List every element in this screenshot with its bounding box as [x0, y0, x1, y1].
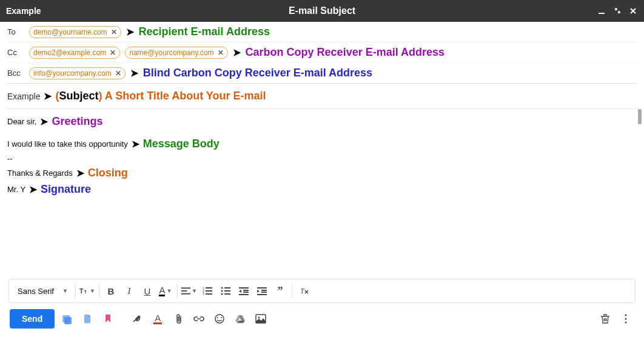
cc-chip-2[interactable]: name@yourcompany.com ✕: [125, 47, 227, 59]
chevron-down-icon: ▼: [192, 288, 197, 294]
arrow-icon: ➤: [76, 167, 84, 179]
underline-button[interactable]: U: [139, 282, 155, 299]
svg-point-35: [221, 317, 222, 318]
more-options-icon[interactable]: [617, 310, 634, 327]
send-button[interactable]: Send: [10, 309, 55, 329]
svg-point-15: [221, 290, 223, 292]
svg-point-33: [215, 315, 224, 323]
subject-annotation: (Subject) A Short Title About Your E-mai…: [55, 90, 266, 102]
subject-value: Example: [7, 92, 40, 101]
arrow-icon: ➤: [44, 90, 52, 102]
svg-text:T: T: [84, 289, 87, 295]
chip-text: name@yourcompany.com: [129, 48, 213, 57]
indent-less-button[interactable]: [236, 282, 252, 299]
text-style-icon[interactable]: [58, 310, 75, 327]
attach-file-icon[interactable]: [79, 310, 96, 327]
link-icon[interactable]: [190, 310, 207, 327]
bcc-annotation: Blind Carbon Copy Receiver E-mail Addres…: [143, 67, 372, 79]
svg-point-38: [625, 315, 627, 316]
scrollbar-thumb[interactable]: [638, 109, 642, 124]
drive-icon[interactable]: [232, 310, 249, 327]
svg-rect-32: [64, 317, 72, 324]
emoji-icon[interactable]: [211, 310, 228, 327]
bookmark-icon[interactable]: [99, 310, 116, 327]
chip-text: demo@yourname.com: [33, 28, 107, 36]
message-body-area[interactable]: Dear sir, ➤ Greetings I would like to ta…: [7, 109, 637, 279]
closing-text: Thanks & Regards: [7, 168, 73, 178]
greeting-annotation: Greetings: [52, 115, 102, 128]
numbered-list-button[interactable]: 123: [200, 282, 215, 299]
chevron-down-icon: ▼: [166, 288, 172, 294]
svg-point-14: [221, 287, 223, 289]
bold-button[interactable]: B: [103, 282, 119, 299]
bullet-list-button[interactable]: [218, 282, 233, 299]
svg-text:T: T: [300, 287, 305, 295]
greeting-text: Dear sir,: [7, 117, 36, 126]
svg-point-37: [258, 317, 260, 319]
chip-remove-icon[interactable]: ✕: [111, 28, 117, 36]
chevron-down-icon: ▼: [62, 288, 68, 294]
image-icon[interactable]: [252, 310, 269, 327]
font-size-button[interactable]: TT ▼: [79, 282, 95, 299]
minimize-button[interactable]: [597, 6, 606, 16]
to-field-row[interactable]: To demo@yourname.com ✕ ➤ Recipient E-mai…: [7, 22, 637, 42]
svg-text:T: T: [79, 287, 84, 295]
cc-annotation: Carbon Copy Receiver E-mail Address: [246, 46, 444, 59]
cc-chip-1[interactable]: demo2@example.com ✕: [29, 47, 120, 59]
chip-remove-icon[interactable]: ✕: [110, 48, 116, 57]
indent-more-button[interactable]: [254, 282, 270, 299]
remove-format-button[interactable]: T: [296, 282, 312, 299]
italic-button[interactable]: I: [121, 282, 137, 299]
signature-text: Mr. Y: [7, 185, 25, 194]
bcc-field-row[interactable]: Bcc info@yourcompany.com ✕ ➤ Blind Carbo…: [7, 63, 637, 84]
signature-annotation: Signature: [41, 183, 91, 196]
svg-point-34: [217, 317, 218, 318]
cc-field-row[interactable]: Cc demo2@example.com ✕ name@yourcompany.…: [7, 42, 637, 63]
subject-row[interactable]: Example ➤ (Subject) A Short Title About …: [7, 84, 637, 109]
bcc-chip[interactable]: info@yourcompany.com ✕: [29, 67, 126, 79]
delete-icon[interactable]: [597, 310, 614, 327]
underline-text-icon[interactable]: A: [149, 310, 166, 327]
window-title: E-mail Subject: [289, 5, 355, 16]
arrow-icon: ➤: [29, 184, 37, 195]
to-annotation: Recipient E-mail Address: [139, 25, 270, 38]
arrow-icon: ➤: [40, 116, 48, 127]
to-chip[interactable]: demo@yourname.com ✕: [29, 26, 121, 38]
body-annotation: Message Body: [143, 138, 220, 150]
bottom-toolbar: Send A: [7, 303, 637, 335]
align-button[interactable]: ▼: [181, 282, 197, 299]
chip-remove-icon[interactable]: ✕: [218, 48, 224, 57]
font-family-select[interactable]: Sans Serif ▼: [14, 284, 72, 298]
message-text: I would like to take this opportunity: [7, 139, 128, 148]
to-label: To: [7, 27, 24, 36]
closing-annotation: Closing: [88, 167, 128, 179]
svg-text:3: 3: [203, 293, 204, 295]
svg-point-40: [625, 322, 627, 324]
signature-icon[interactable]: [129, 310, 146, 327]
chip-text: demo2@example.com: [33, 48, 106, 57]
arrow-icon: ➤: [130, 67, 138, 79]
compose-area: To demo@yourname.com ✕ ➤ Recipient E-mai…: [0, 22, 644, 335]
window-titlebar: Example E-mail Subject: [0, 0, 644, 22]
svg-point-39: [625, 318, 627, 320]
titlebar-left-label: Example: [6, 6, 41, 16]
close-button[interactable]: [628, 6, 638, 16]
cc-label: Cc: [7, 48, 24, 57]
chip-remove-icon[interactable]: ✕: [115, 69, 121, 78]
quote-button[interactable]: ”: [272, 282, 288, 299]
arrow-icon: ➤: [233, 47, 241, 58]
text-color-button[interactable]: A ▼: [158, 282, 173, 299]
chevron-down-icon: ▼: [90, 288, 95, 294]
restore-button[interactable]: [612, 6, 622, 16]
attachment-icon[interactable]: [170, 310, 187, 327]
bcc-label: Bcc: [7, 68, 24, 78]
arrow-icon: ➤: [132, 138, 139, 150]
separator-text: --: [7, 154, 13, 163]
svg-point-16: [221, 293, 223, 295]
format-toolbar: Sans Serif ▼ TT ▼ B I U A ▼ ▼ 123: [8, 279, 636, 303]
chip-text: info@yourcompany.com: [33, 69, 112, 78]
arrow-icon: ➤: [126, 26, 134, 38]
